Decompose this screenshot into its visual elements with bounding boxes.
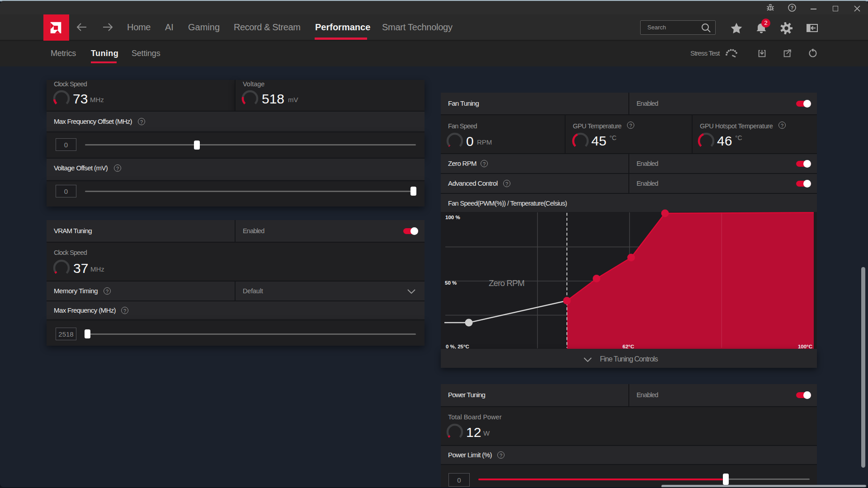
svg-text:Zero RPM: Zero RPM	[489, 278, 524, 288]
svg-text:50 %: 50 %	[445, 280, 457, 286]
svg-text:?: ?	[791, 5, 794, 10]
svg-text:100 %: 100 %	[445, 215, 460, 220]
